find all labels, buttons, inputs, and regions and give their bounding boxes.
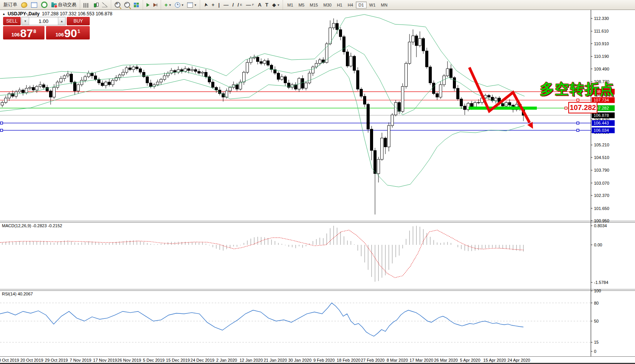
timeframe-w1[interactable]: W1 — [367, 2, 378, 8]
trendline-button[interactable]: / — [230, 1, 236, 9]
svg-text:17 Nov 2019: 17 Nov 2019 — [93, 358, 117, 362]
price-axis[interactable]: 112.330111.610110.910110.190109.490108.7… — [591, 16, 615, 223]
turning-point-annotation[interactable]: 多空转折点 — [540, 80, 615, 99]
auto-scroll-icon — [146, 3, 150, 7]
svg-text:0.00: 0.00 — [594, 243, 602, 247]
svg-text:111.610: 111.610 — [594, 29, 609, 33]
svg-text:100.950: 100.950 — [594, 218, 609, 223]
timeframe-d1[interactable]: D1 — [356, 2, 367, 8]
indicator-axes: 0.80340.00-1.57841008050150 — [591, 223, 608, 354]
timeframe-m15[interactable]: M15 — [307, 2, 321, 8]
svg-text:106.878: 106.878 — [594, 113, 609, 118]
chart-symbol-title: ▲ USDJPY-,Daily 107.288 107.332 106.553 … — [2, 11, 112, 16]
timeframe-m1[interactable]: M1 — [285, 2, 296, 8]
bar-chart-button[interactable] — [82, 1, 91, 9]
signal-icon — [41, 2, 48, 8]
chevron-down-icon: ▾ — [182, 3, 184, 7]
buy-button[interactable]: BUY — [67, 17, 90, 25]
collapse-triangle-icon[interactable]: ▲ — [2, 12, 5, 16]
indicators-button[interactable]: +▾ — [163, 1, 173, 9]
horizontal-line-icon: — — [224, 2, 229, 8]
fibonacci-button[interactable]: —F — [244, 1, 256, 9]
one-click-trade-panel: SELL ▼ 1.00 ▲ BUY 106 87 8 106 90 1 — [3, 17, 90, 39]
sell-price-prefix: 106 — [12, 32, 20, 38]
periods-button[interactable]: ▾ — [173, 1, 186, 9]
svg-text:0: 0 — [594, 349, 596, 354]
line-chart-button[interactable] — [100, 1, 109, 8]
order-group: 新订单 自动交易 — [0, 0, 80, 10]
symbol-ohlc: 107.288 107.332 106.553 106.878 — [42, 11, 112, 16]
crosshair-icon: + — [212, 2, 215, 8]
chevron-down-icon: ▾ — [169, 3, 171, 7]
macd-layer — [0, 226, 523, 282]
volume-stepper: ▼ 1.00 ▲ — [21, 17, 66, 25]
svg-text:101.650: 101.650 — [594, 206, 609, 211]
pane-separators — [0, 10, 635, 364]
support-bar-object[interactable] — [469, 107, 537, 110]
signals-button[interactable] — [39, 0, 49, 9]
auto-trading-button[interactable]: 自动交易 — [49, 0, 78, 9]
auto-trading-label: 自动交易 — [58, 2, 76, 8]
horizontal-line-button[interactable]: — — [222, 1, 230, 9]
timeframe-h4[interactable]: H4 — [345, 2, 356, 8]
timeframe-h1[interactable]: H1 — [334, 2, 345, 8]
seal-button[interactable] — [19, 1, 29, 9]
sell-button[interactable]: SELL — [3, 17, 21, 25]
chevron-down-icon: ▾ — [194, 3, 196, 7]
templates-button[interactable]: ▾ — [185, 1, 198, 9]
text-button[interactable]: A — [256, 1, 263, 9]
svg-text:27 Feb 2020: 27 Feb 2020 — [361, 358, 385, 362]
volume-field[interactable]: 1.00 — [29, 17, 58, 25]
svg-text:18 Feb 2020: 18 Feb 2020 — [337, 358, 360, 362]
price-label-box[interactable]: 107.282 — [568, 102, 597, 113]
channel-e-label: E — [240, 3, 242, 7]
cursor-button[interactable]: ➤ — [202, 1, 210, 9]
vertical-line-icon: | — [218, 2, 220, 8]
buy-price-sup: 1 — [77, 28, 80, 34]
rsi-indicator-label: RSI(14) 40.2067 — [2, 292, 33, 296]
text-a-icon: A — [258, 2, 261, 8]
svg-text:24 Dec 2019: 24 Dec 2019 — [191, 358, 214, 362]
zoom-out-button[interactable]: − — [122, 1, 132, 9]
tile-windows-button[interactable] — [132, 2, 141, 8]
timeframe-m5[interactable]: M5 — [296, 2, 307, 8]
line-chart-icon — [102, 2, 107, 7]
svg-text:2 Jan 2020: 2 Jan 2020 — [216, 358, 237, 362]
vertical-line-button[interactable]: | — [216, 1, 222, 9]
candles-layer — [1, 18, 525, 215]
volume-down-button[interactable]: ▼ — [22, 17, 29, 25]
chart-canvas[interactable]: 112.330111.610110.910110.190109.490108.7… — [0, 0, 635, 364]
date-axis[interactable]: 10 Oct 201920 Oct 201929 Oct 20197 Nov 2… — [0, 358, 530, 362]
bollinger-bands-layer — [0, 15, 525, 187]
insert-group: +▾ ▾ ▾ — [161, 0, 200, 10]
text-label-button[interactable]: T — [263, 1, 270, 9]
channel-button[interactable]: /E — [236, 1, 244, 9]
svg-text:0.8034: 0.8034 — [594, 223, 607, 228]
svg-text:9 Feb 2020: 9 Feb 2020 — [313, 358, 335, 362]
mt4-window: 新订单 自动交易 + − +▾ ▾ ▾ — [0, 0, 635, 364]
chart-shift-button[interactable] — [151, 2, 159, 8]
svg-text:12 Jan 2020: 12 Jan 2020 — [240, 358, 263, 362]
timeframe-m30[interactable]: M30 — [321, 2, 334, 8]
seal-icon — [20, 1, 28, 8]
timeframe-mn[interactable]: MN — [378, 2, 390, 8]
candle-chart-button[interactable] — [91, 1, 100, 9]
buy-price-button[interactable]: 106 90 1 — [46, 26, 90, 39]
zoom-in-button[interactable]: + — [113, 1, 122, 9]
svg-text:15 Apr 2020: 15 Apr 2020 — [483, 358, 506, 362]
new-order-button[interactable]: 新订单 — [2, 0, 19, 9]
svg-text:26 Nov 2019: 26 Nov 2019 — [117, 358, 141, 362]
volume-up-button[interactable]: ▲ — [58, 17, 65, 25]
sell-price-button[interactable]: 106 87 8 — [3, 26, 44, 39]
svg-text:50: 50 — [594, 319, 599, 323]
horizontal-lines-layer — [0, 92, 591, 130]
auto-scroll-button[interactable] — [145, 2, 151, 8]
tile-windows-icon — [134, 3, 139, 7]
chart-window-icon — [31, 2, 37, 8]
svg-text:5 Apr 2020: 5 Apr 2020 — [460, 358, 480, 362]
svg-text:21 Jan 2020: 21 Jan 2020 — [264, 358, 287, 362]
svg-text:103.070: 103.070 — [594, 181, 609, 185]
new-chart-button[interactable] — [29, 1, 39, 9]
crosshair-button[interactable]: + — [210, 1, 217, 9]
shapes-button[interactable]: ◆▾ — [270, 1, 281, 9]
